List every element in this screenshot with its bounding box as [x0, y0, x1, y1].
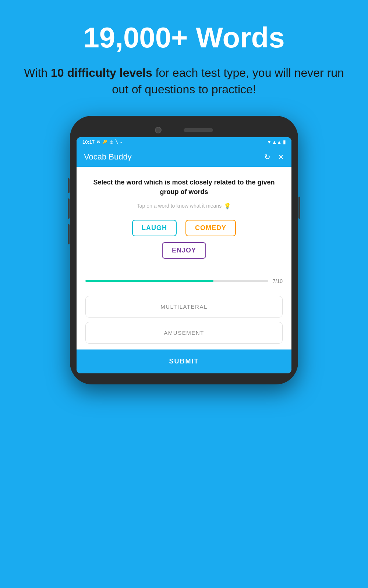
progress-row: 7/10: [85, 278, 283, 284]
battery-icon: ▮: [283, 139, 286, 145]
key-icon: 🔑: [102, 140, 107, 144]
volume-mute-button: [68, 178, 70, 193]
progress-bar-bg: [85, 280, 268, 282]
phone-screen: 10:17 ✉ 🔑 ◎ ╲ • ▾ ▲▲ ▮ Vocab Buddy ↻: [77, 137, 291, 373]
answer-options: MULTILATERAL AMUSEMENT: [77, 296, 291, 349]
answer-option-multilateral[interactable]: MULTILATERAL: [85, 296, 283, 318]
word-row-1: LAUGH COMEDY: [132, 220, 236, 236]
phone-outer: 10:17 ✉ 🔑 ◎ ╲ • ▾ ▲▲ ▮ Vocab Buddy ↻: [70, 116, 298, 384]
hint-text: Tap on a word to know what it means: [137, 203, 222, 209]
phone-top-bar: [77, 122, 291, 137]
question-text: Select the word which is most closely re…: [85, 178, 283, 196]
progress-bar-fill: [85, 280, 213, 282]
volume-down-button: [68, 224, 70, 244]
front-camera: [155, 127, 162, 133]
hint-row: Tap on a word to know what it means 💡: [85, 202, 283, 209]
main-title: 19,000+ Words: [15, 22, 353, 54]
power-button: [298, 197, 300, 219]
word-chip-enjoy[interactable]: ENJOY: [162, 242, 206, 259]
earpiece-speaker: [184, 128, 213, 132]
app-bar-icons: ↻ ✕: [264, 153, 284, 161]
shield-icon: ◎: [110, 140, 113, 144]
dot-icon: •: [120, 140, 122, 144]
progress-section: 7/10: [77, 272, 291, 296]
wifi-icon: ▾: [268, 139, 270, 145]
word-options: LAUGH COMEDY ENJOY: [85, 220, 283, 265]
phone-wrapper: 10:17 ✉ 🔑 ◎ ╲ • ▾ ▲▲ ▮ Vocab Buddy ↻: [70, 116, 298, 384]
mail-icon: ✉: [97, 140, 100, 144]
lightbulb-icon: 💡: [224, 202, 231, 209]
status-bar: 10:17 ✉ 🔑 ◎ ╲ • ▾ ▲▲ ▮: [77, 137, 291, 147]
volume-up-button: [68, 198, 70, 219]
word-chip-laugh[interactable]: LAUGH: [132, 220, 177, 236]
misc-icon: ╲: [116, 140, 118, 144]
subtitle-bold: 10 difficulty levels: [51, 66, 152, 79]
subtitle-plain: With: [24, 66, 51, 79]
camera-row: [155, 127, 213, 133]
refresh-button[interactable]: ↻: [264, 153, 270, 161]
app-content: Select the word which is most closely re…: [77, 167, 291, 264]
progress-label: 7/10: [273, 278, 283, 284]
answer-option-amusement[interactable]: AMUSEMENT: [85, 322, 283, 344]
status-bar-right: ▾ ▲▲ ▮: [268, 139, 286, 145]
status-bar-left: 10:17 ✉ 🔑 ◎ ╲ •: [82, 139, 122, 145]
subtitle: With 10 difficulty levels for each test …: [15, 65, 353, 98]
app-bar-title: Vocab Buddy: [84, 152, 132, 162]
word-chip-comedy[interactable]: COMEDY: [185, 220, 236, 236]
status-time: 10:17: [82, 139, 95, 145]
signal-icon: ▲▲: [272, 139, 282, 145]
word-row-2: ENJOY: [162, 242, 206, 259]
header-section: 19,000+ Words With 10 difficulty levels …: [0, 0, 368, 105]
close-button[interactable]: ✕: [278, 153, 284, 161]
app-bar: Vocab Buddy ↻ ✕: [77, 147, 291, 167]
submit-button[interactable]: SUBMIT: [77, 349, 291, 373]
